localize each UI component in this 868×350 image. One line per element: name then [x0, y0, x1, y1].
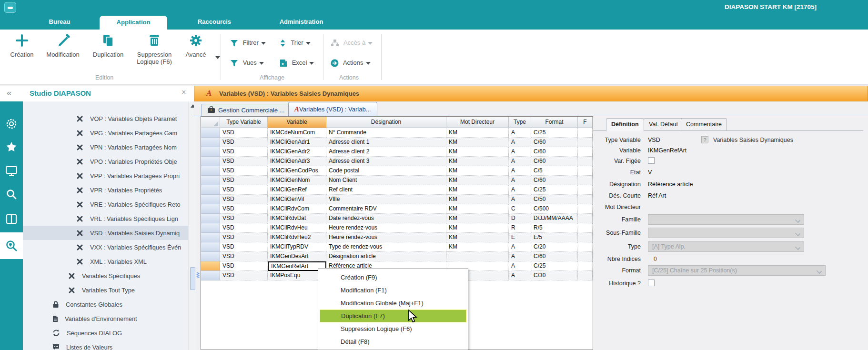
tree-item[interactable]: VOP : Variables Objets Paramét [23, 111, 188, 126]
row-selector[interactable] [201, 138, 220, 147]
column-header-variable[interactable]: Variable [268, 117, 326, 128]
cell-variable[interactable]: IKMCliRdvCom [268, 204, 326, 214]
cell-designation[interactable]: Adresse client 3 [326, 157, 446, 166]
cell-type[interactable]: A [509, 261, 531, 271]
tree-item[interactable]: Listes de Valeurs [23, 340, 188, 350]
cell-extra[interactable] [578, 261, 593, 271]
context-menu-item[interactable]: Création (F9) [320, 271, 466, 284]
cell-extra[interactable] [578, 233, 593, 242]
row-selector[interactable] [201, 223, 220, 233]
cell-type_variable[interactable]: VSD [220, 128, 268, 138]
cell-type_variable[interactable]: VSD [220, 166, 268, 176]
cell-type[interactable]: A [509, 166, 531, 176]
search-icon[interactable] [0, 182, 23, 206]
cell-type[interactable]: A [509, 176, 531, 185]
select-all-corner[interactable] [201, 117, 220, 128]
tree-item[interactable]: VSD : Variables Saisies Dynamiq [23, 226, 188, 240]
cell-format[interactable]: R/5 [531, 223, 578, 233]
format-dropdown[interactable]: [C/25] Chaîne sur 25 Position(s) [648, 265, 826, 276]
cell-extra[interactable] [578, 147, 593, 157]
cell-designation[interactable]: N° Commande [326, 128, 446, 138]
table-row[interactable]: VSDIKMCliGenAdr3Adresse client 3KMAC/60 [201, 157, 593, 166]
cell-extra[interactable] [578, 195, 593, 204]
excel-button[interactable]: x Excel [279, 57, 314, 69]
row-selector[interactable] [201, 128, 220, 138]
cell-type_variable[interactable]: VSD [220, 233, 268, 242]
cell-mot_directeur[interactable]: KM [446, 204, 509, 214]
cell-format[interactable]: C/50 [531, 195, 578, 204]
type-dropdown[interactable]: [A] Type Alp. [648, 241, 804, 252]
tab-gestion-commerciale[interactable]: Gestion Commerciale ... [201, 104, 291, 116]
cell-type[interactable]: A [509, 271, 531, 280]
cell-mot_directeur[interactable] [446, 252, 509, 261]
cell-variable[interactable]: IKMCliGenRef [268, 185, 326, 195]
suppression-logique-button[interactable]: Suppression Logique (F6) [133, 33, 175, 65]
context-menu-item[interactable]: Modification (F1) [320, 284, 466, 297]
tree-item[interactable]: VRL : Variables Spécifiques Lign [23, 211, 188, 226]
cell-variable[interactable]: IKMCliRdvHeu2 [268, 233, 326, 242]
cell-type[interactable]: A [509, 185, 531, 195]
cell-mot_directeur[interactable]: KM [446, 223, 509, 233]
cell-extra[interactable] [578, 157, 593, 166]
cell-variable[interactable]: IKMCdeNumCom [268, 128, 326, 138]
var-figee-checkbox[interactable] [648, 157, 655, 164]
table-row[interactable]: VSDIKMCliGenAdr1Adresse client 1KMAC/60 [201, 138, 593, 147]
actions-button[interactable]: Actions [331, 57, 371, 69]
table-row[interactable]: VSDIKMCliGenVilVIlleKMAC/50 [201, 195, 593, 204]
row-selector[interactable] [201, 252, 220, 261]
cell-variable[interactable]: IKMCliGenAdr3 [268, 157, 326, 166]
menu-tab-application[interactable]: Application [100, 16, 167, 30]
table-row[interactable]: VSDIKMCliGenAdr2Adresse client 2KMAC/60 [201, 147, 593, 157]
cell-type[interactable]: A [509, 242, 531, 252]
cell-variable[interactable]: IKMCliGenCodPos [268, 166, 326, 176]
table-row[interactable]: VSDIKMCliTypRDVType de rendez-vousKMAC/2… [201, 242, 593, 252]
cell-mot_directeur[interactable]: KM [446, 147, 509, 157]
cell-mot_directeur[interactable]: KM [446, 157, 509, 166]
cell-extra[interactable] [578, 252, 593, 261]
tree-item[interactable]: Constantes Globales [23, 297, 188, 311]
cell-mot_directeur[interactable]: KM [446, 242, 509, 252]
cell-designation[interactable]: Désignation article [326, 252, 446, 261]
cell-format[interactable]: D/JJ/MM/AAAA [531, 214, 578, 223]
menu-tab-bureau[interactable]: Bureau [29, 14, 91, 30]
cell-designation[interactable]: Type de rendez-vous [326, 242, 446, 252]
close-sidebar-icon[interactable]: × [182, 88, 186, 97]
table-row[interactable]: VSDIKMGenDesArtDésignation articleAC/60 [201, 252, 593, 261]
cell-format[interactable]: C/60 [531, 138, 578, 147]
cell-designation[interactable]: Heure rendez-vous [326, 233, 446, 242]
cell-format[interactable]: C/500 [531, 204, 578, 214]
cell-type_variable[interactable]: VSD [220, 261, 268, 271]
context-menu-item[interactable]: Modification Globale (Maj+F1) [320, 297, 466, 310]
cell-type_variable[interactable]: VSD [220, 147, 268, 157]
cell-extra[interactable] [578, 271, 593, 280]
cell-extra[interactable] [578, 214, 593, 223]
column-header-type[interactable]: Type [509, 117, 531, 128]
cell-extra[interactable] [578, 185, 593, 195]
cell-designation[interactable]: Nom Client [326, 176, 446, 185]
cell-type_variable[interactable]: VSD [220, 176, 268, 185]
column-header-designation[interactable]: Désignation [326, 117, 446, 128]
table-row[interactable]: VSDIKMCdeNumComN° CommandeKMAC/25 [201, 128, 593, 138]
cell-variable[interactable]: IKMCliGenVil [268, 195, 326, 204]
menu-tab-administration[interactable]: Administration [264, 14, 338, 30]
cell-type[interactable]: E [509, 233, 531, 242]
search-pin-icon[interactable] [0, 232, 23, 259]
row-selector[interactable] [201, 195, 220, 204]
column-header-extra[interactable]: F [578, 117, 593, 128]
cell-type_variable[interactable]: VSD [220, 252, 268, 261]
cell-type_variable[interactable]: VSD [220, 138, 268, 147]
cell-format[interactable]: E/5 [531, 233, 578, 242]
cell-designation[interactable]: Adresse client 2 [326, 147, 446, 157]
cell-mot_directeur[interactable]: KM [446, 195, 509, 204]
cell-format[interactable]: C/20 [531, 242, 578, 252]
modification-button[interactable]: Modification [41, 33, 85, 58]
tree-item[interactable]: VRE : Variables Spécifiques Reto [23, 197, 188, 211]
tree-item[interactable]: VPP : Variables Partagées Propri [23, 169, 188, 183]
cell-format[interactable]: C/60 [531, 176, 578, 185]
tree-item[interactable]: Séquences DIALOG [23, 326, 188, 340]
filtrer-button[interactable]: Filtrer [230, 37, 266, 49]
cell-format[interactable]: C/5 [531, 166, 578, 176]
tree-item[interactable]: Variables Spécifiques [23, 269, 188, 283]
tree-item[interactable]: VPR : Variables Propriétés [23, 183, 188, 197]
row-selector[interactable] [201, 233, 220, 242]
